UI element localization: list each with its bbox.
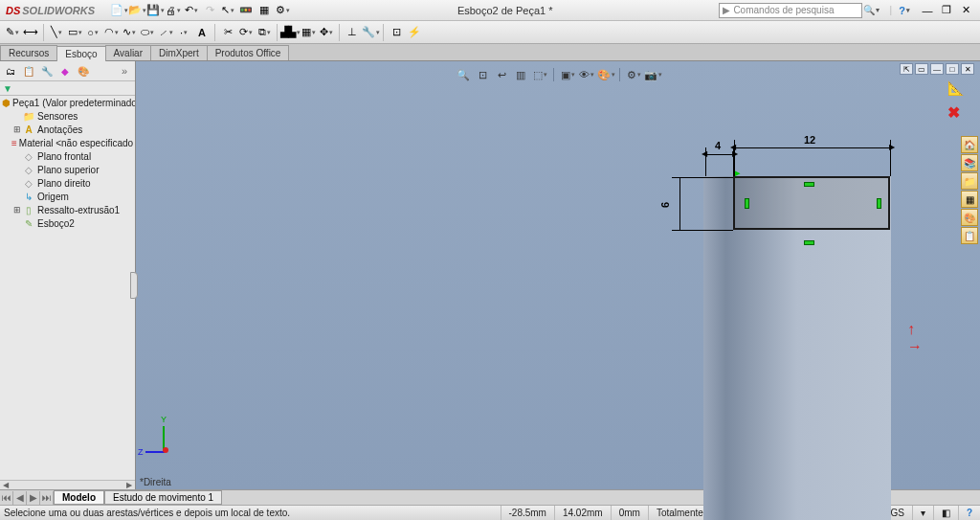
status-macro-icon[interactable]: ◧ — [933, 506, 958, 520]
offset-tool[interactable]: ⧉ — [256, 24, 273, 41]
vp-link-button[interactable]: ⇱ — [900, 63, 913, 75]
tree-item-origem[interactable]: ↳ Origem — [0, 190, 135, 203]
tab-nav-last[interactable]: ⏭ — [40, 491, 54, 505]
restore-button[interactable]: ❐ — [938, 2, 955, 19]
view-triad[interactable] — [145, 422, 184, 461]
tab-nav-first[interactable]: ⏮ — [0, 491, 13, 505]
display-style-button[interactable]: ▣ — [559, 66, 576, 83]
scene-button[interactable]: ⚙ — [625, 66, 642, 83]
tab-nav-prev[interactable]: ◀ — [13, 491, 27, 505]
print-button[interactable]: 🖨 — [165, 2, 182, 19]
constraint-vertical-icon[interactable] — [745, 198, 749, 209]
vp-max-button[interactable]: □ — [946, 63, 959, 75]
zoom-fit-button[interactable]: 🔍 — [455, 66, 472, 83]
section-view-button[interactable]: ▥ — [512, 66, 529, 83]
taskpane-library[interactable]: 📚 — [961, 154, 978, 171]
search-input[interactable]: ▶ Comandos de pesquisa — [719, 3, 862, 18]
fillet-tool[interactable]: ⟋ — [157, 24, 174, 41]
rectangle-tool[interactable]: ▭ — [66, 24, 83, 41]
tab-dimxpert[interactable]: DimXpert — [150, 45, 208, 60]
settings-button[interactable]: ⚙ — [274, 2, 291, 19]
vp-min-button[interactable]: — — [930, 63, 944, 75]
taskpane-custom-props[interactable]: 📋 — [961, 227, 978, 244]
tab-nav-next[interactable]: ▶ — [27, 491, 40, 505]
property-tab[interactable]: 📋 — [20, 63, 37, 79]
hide-show-button[interactable]: 👁 — [578, 66, 595, 83]
prev-view-button[interactable]: ↩ — [493, 66, 510, 83]
tree-item-esboco2[interactable]: ✎ Esboço2 — [0, 216, 135, 230]
tab-avaliar[interactable]: Avaliar — [105, 45, 151, 60]
tree-filter-row[interactable]: ▼ — [0, 80, 135, 96]
search-icon[interactable]: 🔍 — [862, 5, 876, 15]
panel-hscroll[interactable]: ◀▶ — [0, 480, 135, 489]
sketch-confirm-icon[interactable]: 📐 — [947, 80, 974, 100]
relations-tool[interactable]: ⊥ — [344, 24, 361, 41]
panel-splitter-handle[interactable] — [130, 272, 138, 299]
dimension-6[interactable]: 6 — [659, 202, 671, 208]
close-button[interactable]: ✕ — [957, 2, 974, 19]
tree-item-sensores[interactable]: 📁 Sensores — [0, 109, 135, 123]
pattern-tool[interactable]: ▦ — [300, 24, 317, 41]
view-orientation-button[interactable]: ⬚ — [531, 66, 548, 83]
convert-tool[interactable]: ⟳ — [237, 24, 255, 41]
text-tool[interactable]: A — [193, 24, 211, 41]
tab-modelo[interactable]: Modelo — [54, 490, 104, 505]
quick-snap[interactable]: ⊡ — [388, 24, 405, 41]
vp-close-button[interactable]: ✕ — [961, 63, 974, 75]
constraint-vertical-icon[interactable] — [877, 198, 881, 209]
dimension-12[interactable]: 12 — [804, 134, 815, 146]
tree-item-plano-direito[interactable]: ◇ Plano direito — [0, 176, 135, 190]
status-menu-icon[interactable]: ▾ — [912, 506, 933, 520]
point-tool[interactable]: · — [175, 24, 192, 41]
taskpane-appearances[interactable]: 🎨 — [961, 209, 978, 226]
graphics-area[interactable]: 🔍 ⊡ ↩ ▥ ⬚ ▣ 👁 🎨 ⚙ 📷 ⇱ ▭ — □ ✕ 📐 ✖ 🏠 📚 — [136, 61, 980, 489]
display-tab[interactable]: 🎨 — [75, 63, 92, 79]
line-tool[interactable]: ╲ — [48, 24, 65, 41]
help-button[interactable]: ? — [896, 2, 913, 19]
taskpane-explorer[interactable]: 📁 — [961, 172, 978, 190]
status-help-icon[interactable]: ? — [958, 506, 980, 520]
dimxpert-tab[interactable]: ◆ — [56, 63, 74, 79]
trim-tool[interactable]: ✂ — [219, 24, 236, 41]
save-button[interactable]: 💾 — [146, 2, 164, 19]
feature-tree-tab[interactable]: 🗂 — [2, 63, 19, 79]
sketch-cancel-icon[interactable]: ✖ — [947, 103, 967, 121]
sketch-button[interactable]: ✎ — [4, 24, 21, 41]
dimension-button[interactable]: ⟷ — [22, 24, 39, 41]
spline-tool[interactable]: ∿ — [121, 24, 138, 41]
mirror-tool[interactable]: ▟▙ — [281, 24, 299, 41]
tree-item-plano-frontal[interactable]: ◇ Plano frontal — [0, 149, 135, 163]
options-button[interactable]: ▦ — [256, 2, 273, 19]
tree-item-material[interactable]: ≡ Material <não especificado — [0, 136, 135, 149]
undo-button[interactable]: ↶ — [183, 2, 200, 19]
view-settings-button[interactable]: 📷 — [644, 66, 661, 83]
tree-item-plano-superior[interactable]: ◇ Plano superior — [0, 163, 135, 176]
tree-item-anotacoes[interactable]: ⊞A Anotações — [0, 123, 135, 136]
tab-recursos[interactable]: Recursos — [0, 45, 57, 60]
zoom-area-button[interactable]: ⊡ — [474, 66, 491, 83]
tab-esboco[interactable]: Esboço — [56, 46, 105, 61]
search-dropdown[interactable]: ▾ — [876, 6, 880, 14]
appearance-button[interactable]: 🎨 — [597, 66, 614, 83]
tab-estudo-movimento[interactable]: Estudo de movimento 1 — [104, 490, 222, 505]
circle-tool[interactable]: ○ — [84, 24, 101, 41]
constraint-horizontal-icon[interactable] — [804, 182, 814, 187]
ellipse-tool[interactable]: ⬭ — [139, 24, 156, 41]
taskpane-view-palette[interactable]: ▦ — [961, 191, 978, 208]
constraint-horizontal-icon[interactable] — [804, 240, 814, 245]
new-button[interactable]: 📄 — [110, 2, 127, 19]
tab-produtos-office[interactable]: Produtos Office — [207, 45, 290, 60]
move-tool[interactable]: ✥ — [318, 24, 335, 41]
open-button[interactable]: 📂 — [128, 2, 145, 19]
arc-tool[interactable]: ◠ — [102, 24, 120, 41]
tree-root[interactable]: ⬢ Peça1 (Valor predeterminado< — [0, 96, 135, 109]
config-tab[interactable]: 🔧 — [38, 63, 56, 79]
tree-item-ressalto[interactable]: ⊞▯ Ressalto-extrusão1 — [0, 203, 135, 216]
rapid-sketch[interactable]: ⚡ — [406, 24, 423, 41]
redo-button[interactable]: ↷ — [201, 2, 218, 19]
select-button[interactable]: ↖ — [219, 2, 236, 19]
dimension-4[interactable]: 4 — [715, 140, 721, 151]
rebuild-button[interactable]: 🚥 — [237, 2, 255, 19]
minimize-button[interactable]: — — [919, 2, 936, 19]
repair-tool[interactable]: 🔧 — [362, 24, 379, 41]
